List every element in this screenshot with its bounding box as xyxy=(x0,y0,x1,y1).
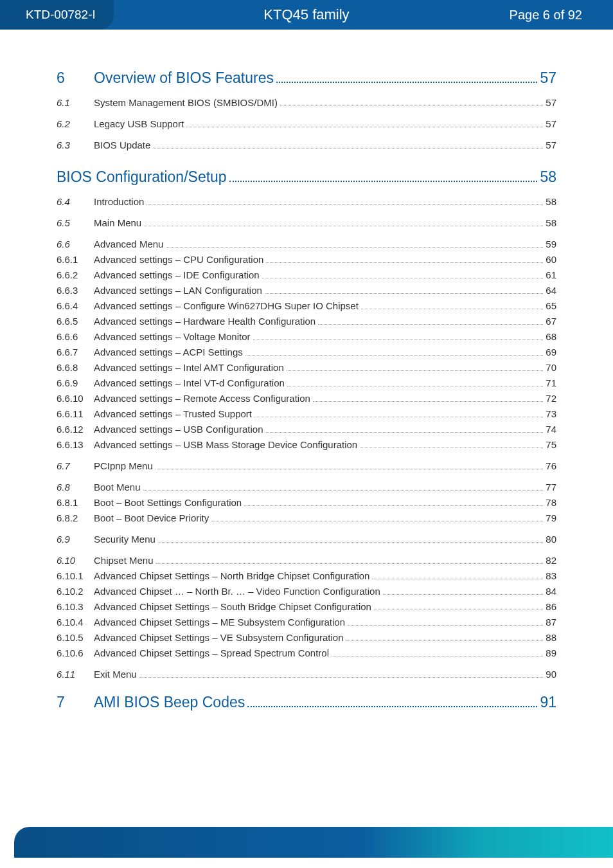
toc-entry[interactable]: 6.8.2Boot – Boot Device Priority79 xyxy=(57,512,556,523)
toc-entry[interactable]: 6.6.8Advanced settings – Intel AMT Confi… xyxy=(57,362,556,373)
toc-entry[interactable]: 6.6.10Advanced settings – Remote Access … xyxy=(57,393,556,404)
toc-number: 6.6.3 xyxy=(57,285,94,296)
toc-entry[interactable]: 6Overview of BIOS Features57 xyxy=(57,69,556,87)
toc-title: Exit Menu xyxy=(94,669,137,680)
toc-entry[interactable]: 6.6.11Advanced settings – Trusted Suppor… xyxy=(57,408,556,419)
toc-page: 91 xyxy=(540,694,556,711)
toc-leader xyxy=(244,505,543,506)
toc-title: AMI BIOS Beep Codes xyxy=(94,694,245,711)
toc-entry[interactable]: 6.6.3Advanced settings – LAN Configurati… xyxy=(57,285,556,296)
toc-page: 89 xyxy=(546,647,556,658)
toc-entry[interactable]: 6.6.13Advanced settings – USB Mass Stora… xyxy=(57,439,556,450)
toc-number: 6.8 xyxy=(57,482,94,493)
toc-number: 6.6.2 xyxy=(57,269,94,280)
toc-entry[interactable]: 6.7PCIpnp Menu76 xyxy=(57,460,556,471)
toc-entry[interactable]: BIOS Configuration/Setup58 xyxy=(57,168,556,186)
toc-entry[interactable]: 6.4Introduction58 xyxy=(57,196,556,207)
toc-leader xyxy=(280,105,543,106)
toc-leader xyxy=(247,706,537,707)
doc-family: KTQ45 family xyxy=(263,6,349,23)
toc-number: 6.6.10 xyxy=(57,393,94,404)
toc-page: 65 xyxy=(546,300,556,311)
toc-title: Advanced settings – Remote Access Config… xyxy=(94,393,310,404)
toc-content: 6Overview of BIOS Features576.1System Ma… xyxy=(0,30,613,724)
toc-leader xyxy=(360,448,543,448)
toc-entry[interactable]: 6.1System Management BIOS (SMBIOS/DMI)57 xyxy=(57,97,556,108)
toc-title: PCIpnp Menu xyxy=(94,460,153,471)
toc-page: 58 xyxy=(546,217,556,228)
toc-entry[interactable]: 6.6Advanced Menu59 xyxy=(57,239,556,249)
toc-entry[interactable]: 6.10.3Advanced Chipset Settings – South … xyxy=(57,601,556,612)
toc-title: Introduction xyxy=(94,196,144,207)
toc-entry[interactable]: 6.8Boot Menu77 xyxy=(57,482,556,493)
toc-page: 77 xyxy=(546,482,556,493)
toc-title: Advanced settings – Hardware Health Conf… xyxy=(94,316,315,327)
toc-number: 6 xyxy=(57,69,94,87)
toc-number: 6.6.8 xyxy=(57,362,94,373)
toc-entry[interactable]: 6.11Exit Menu90 xyxy=(57,669,556,680)
toc-number: 6.6.6 xyxy=(57,331,94,342)
toc-page: 73 xyxy=(546,408,556,419)
toc-entry[interactable]: 6.10Chipset Menu82 xyxy=(57,555,556,566)
toc-entry[interactable]: 6.6.12Advanced settings – USB Configurat… xyxy=(57,424,556,435)
toc-page: 64 xyxy=(546,285,556,296)
toc-entry[interactable]: 6.6.7Advanced settings – ACPI Settings69 xyxy=(57,347,556,357)
toc-number: 6.11 xyxy=(57,669,94,680)
toc-page: 76 xyxy=(546,460,556,471)
toc-page: 57 xyxy=(540,69,556,87)
toc-number: 6.6.1 xyxy=(57,254,94,265)
toc-entry[interactable]: 6.8.1Boot – Boot Settings Configuration7… xyxy=(57,497,556,508)
toc-title: Advanced Menu xyxy=(94,239,163,249)
toc-number: 6.1 xyxy=(57,97,94,108)
toc-entry[interactable]: 6.9Security Menu80 xyxy=(57,534,556,545)
toc-title: Advanced settings – Intel VT-d Configura… xyxy=(94,377,285,388)
toc-entry[interactable]: 6.10.5Advanced Chipset Settings – VE Sub… xyxy=(57,632,556,643)
toc-leader xyxy=(153,148,543,149)
toc-entry[interactable]: 6.6.5Advanced settings – Hardware Health… xyxy=(57,316,556,327)
toc-page: 57 xyxy=(546,118,556,129)
toc-title: Legacy USB Support xyxy=(94,118,184,129)
toc-entry[interactable]: 6.6.4Advanced settings – Configure Win62… xyxy=(57,300,556,311)
toc-leader xyxy=(139,677,544,678)
toc-number: 7 xyxy=(57,694,94,711)
toc-leader xyxy=(262,278,544,278)
toc-title: Boot Menu xyxy=(94,482,141,493)
toc-leader xyxy=(287,386,543,386)
toc-entry[interactable]: 6.2Legacy USB Support57 xyxy=(57,118,556,129)
toc-entry[interactable]: 6.5Main Menu58 xyxy=(57,217,556,228)
toc-leader xyxy=(155,469,544,469)
toc-leader xyxy=(245,355,544,356)
toc-entry[interactable]: 6.6.9Advanced settings – Intel VT-d Conf… xyxy=(57,377,556,388)
toc-page: 82 xyxy=(546,555,556,566)
toc-title: Advanced settings – ACPI Settings xyxy=(94,347,243,357)
toc-page: 67 xyxy=(546,316,556,327)
toc-entry[interactable]: 6.10.2Advanced Chipset … – North Br. … –… xyxy=(57,586,556,597)
toc-entry[interactable]: 6.10.1Advanced Chipset Settings – North … xyxy=(57,570,556,581)
toc-title: Boot – Boot Device Priority xyxy=(94,512,209,523)
toc-leader xyxy=(374,610,543,610)
toc-number: 6.7 xyxy=(57,460,94,471)
toc-page: 58 xyxy=(546,196,556,207)
toc-entry[interactable]: 6.6.6Advanced settings – Voltage Monitor… xyxy=(57,331,556,342)
toc-number: 6.6 xyxy=(57,239,94,249)
toc-leader xyxy=(229,181,538,182)
toc-entry[interactable]: 6.6.2Advanced settings – IDE Configurati… xyxy=(57,269,556,280)
toc-entry[interactable]: 6.6.1Advanced settings – CPU Configurati… xyxy=(57,254,556,265)
toc-title: Advanced Chipset Settings – ME Subsystem… xyxy=(94,617,345,628)
toc-leader xyxy=(276,82,537,83)
toc-leader xyxy=(186,127,543,127)
toc-title: Boot – Boot Settings Configuration xyxy=(94,497,242,508)
toc-leader xyxy=(361,309,543,309)
toc-title: Advanced settings – Voltage Monitor xyxy=(94,331,251,342)
toc-entry[interactable]: 7AMI BIOS Beep Codes91 xyxy=(57,694,556,711)
toc-number: 6.6.4 xyxy=(57,300,94,311)
toc-title: Advanced Chipset Settings – VE Subsystem… xyxy=(94,632,344,643)
toc-entry[interactable]: 6.10.6Advanced Chipset Settings – Spread… xyxy=(57,647,556,658)
toc-leader xyxy=(166,247,543,248)
toc-page: 70 xyxy=(546,362,556,373)
toc-entry[interactable]: 6.3BIOS Update57 xyxy=(57,140,556,150)
toc-leader xyxy=(383,594,544,595)
toc-entry[interactable]: 6.10.4Advanced Chipset Settings – ME Sub… xyxy=(57,617,556,628)
toc-title: Advanced settings – IDE Configuration xyxy=(94,269,260,280)
toc-leader xyxy=(372,579,543,579)
